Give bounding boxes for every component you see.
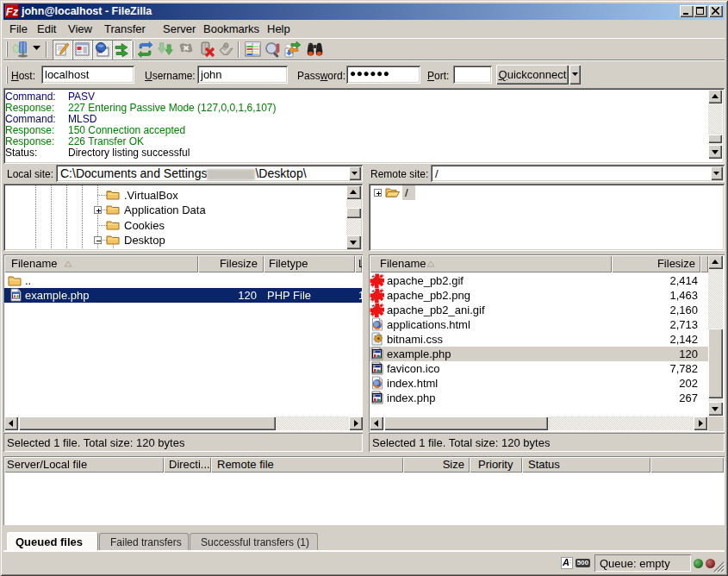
svg-text:Fz: Fz [6, 5, 19, 18]
